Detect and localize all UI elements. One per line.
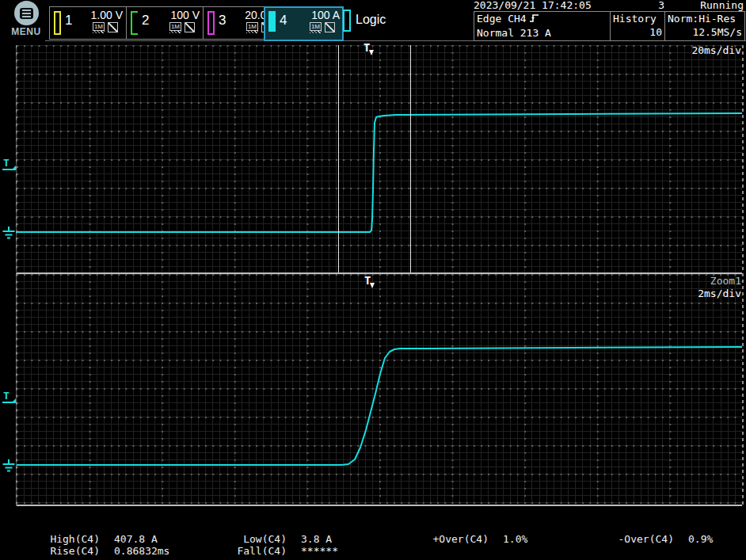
- channel-2-button[interactable]: 2 100 V 1M: [126, 7, 203, 39]
- measurement-low: Low(C4) 3.8 A: [233, 533, 338, 545]
- measurement-neg-overshoot: -Over(C4) 0.9%: [609, 533, 713, 545]
- probe-icon: [108, 22, 118, 32]
- trigger-source: Edge CH4: [477, 13, 527, 25]
- measurement-high: High(C4) 407.8 A: [46, 533, 169, 545]
- history-label: History: [613, 12, 662, 25]
- acquisition-count: 3: [623, 0, 664, 10]
- channel-1-button[interactable]: 1 1.00 V 1M: [50, 7, 126, 39]
- zoom-ground-marker-icon[interactable]: [2, 459, 16, 473]
- sample-rate: 12.5MS/s: [668, 25, 742, 39]
- measurement-rise: Rise(C4) 0.86832ms: [46, 545, 169, 557]
- channel-2-number: 2: [142, 13, 149, 29]
- logic-button[interactable]: Logic: [342, 6, 386, 38]
- channel-1-color-icon: [54, 11, 61, 35]
- probe-icon: [325, 22, 335, 32]
- main-timebase-label: 20ms/div: [691, 44, 741, 56]
- logic-color-icon: [343, 10, 351, 32]
- channel-4-number: 4: [280, 13, 287, 29]
- trigger-mode: Normal 213 A: [477, 26, 607, 40]
- main-trigger-position-marker[interactable]: T: [363, 42, 375, 56]
- impedance-icon: 1M: [169, 22, 181, 31]
- channel-3-number: 3: [219, 13, 226, 29]
- channel-2-scale: 100 V: [170, 9, 200, 21]
- main-waveform-trace: [17, 45, 742, 272]
- main-ground-marker-icon[interactable]: [2, 227, 16, 240]
- acquisition-mode-button[interactable]: Norm:Hi-Res 12.5MS/s: [664, 12, 744, 40]
- zoom-trigger-level-marker[interactable]: T: [2, 390, 13, 403]
- oscilloscope-screen: MENU 1 1.00 V 1M 2 100 V 1M: [0, 0, 746, 560]
- datetime: 2023/09/21 17:42:05: [474, 0, 623, 10]
- logic-label: Logic: [356, 13, 386, 27]
- history-button[interactable]: History 10: [610, 12, 664, 40]
- run-state: Running: [664, 0, 744, 10]
- acq-mode: Norm:Hi-Res: [668, 12, 742, 25]
- main-trigger-level-marker[interactable]: T: [2, 158, 13, 170]
- channel-4-button-selected[interactable]: 4 100 A 1M: [264, 6, 344, 41]
- zoom1-timebase-label: 2ms/div: [698, 288, 741, 299]
- impedance-icon: 1M: [310, 22, 322, 31]
- right-edge-ruler: [742, 45, 744, 506]
- zoom-region-left-cursor[interactable]: [338, 45, 339, 272]
- trigger-panel: Edge CH4 Normal 213 A History 10 Norm:Hi…: [474, 11, 745, 41]
- channel-4-color-icon: [268, 11, 276, 32]
- zoom1-waveform-trace: [17, 274, 742, 505]
- zoom1-waveform-window: [17, 274, 742, 506]
- menu-button[interactable]: MENU: [9, 1, 44, 40]
- probe-icon: [185, 22, 195, 32]
- measurement-fall: Fall(C4) ******: [233, 545, 338, 557]
- impedance-icon: 1M: [246, 22, 258, 31]
- channel-1-number: 1: [65, 13, 72, 29]
- history-count: 10: [613, 25, 662, 39]
- zoom-trigger-position-marker[interactable]: T: [364, 275, 375, 289]
- channel-4-scale: 100 A: [311, 9, 340, 21]
- measurement-pos-overshoot: +Over(C4) 1.0%: [424, 533, 527, 545]
- channel-group: 1 1.00 V 1M 2 100 V 1M 3: [49, 6, 280, 40]
- channel-2-color-icon: [131, 11, 138, 35]
- zoom1-title: Zoom1: [710, 275, 741, 287]
- status-bar: 2023/09/21 17:42:05 3 Running: [474, 0, 744, 10]
- menu-icon: [14, 1, 39, 25]
- impedance-icon: 1M: [93, 22, 105, 31]
- zoom-region-right-cursor[interactable]: [410, 45, 411, 272]
- main-waveform-window: [17, 45, 742, 274]
- menu-label: MENU: [9, 26, 44, 37]
- rising-edge-icon: [529, 13, 539, 26]
- trigger-settings-button[interactable]: Edge CH4 Normal 213 A: [474, 12, 610, 40]
- channel-3-color-icon: [207, 11, 215, 35]
- channel-1-scale: 1.00 V: [91, 9, 123, 21]
